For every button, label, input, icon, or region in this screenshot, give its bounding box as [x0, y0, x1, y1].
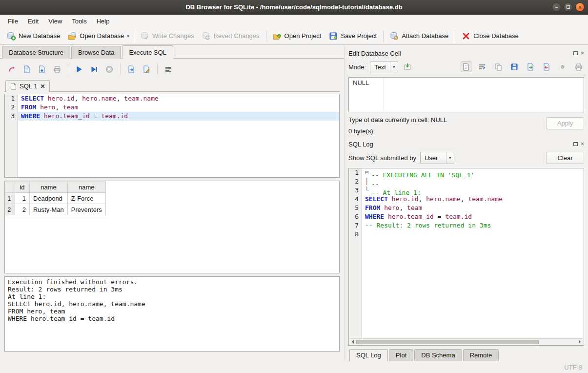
tab-db-schema[interactable]: DB Schema	[414, 349, 462, 361]
execute-sql-pane: SQL 1 ✕ 1SELECT hero.id, hero.name, team…	[0, 59, 344, 361]
open-database-label: Open Database	[80, 32, 124, 40]
code-line[interactable]: 6WHERE hero.team_id = team.id	[349, 212, 584, 221]
column-header[interactable]: name	[67, 182, 105, 193]
table-cell[interactable]: Rusty-Man	[30, 204, 68, 215]
code-line[interactable]: 1SELECT hero.id, hero.name, team.name	[5, 94, 339, 103]
close-dock-icon[interactable]: ×	[581, 51, 584, 56]
code-line[interactable]: 8	[349, 230, 584, 239]
open-sql-file-icon[interactable]	[21, 64, 32, 75]
line-number: 1	[5, 94, 18, 103]
save-cell-icon[interactable]	[509, 62, 520, 72]
print-icon[interactable]	[52, 64, 62, 75]
sql-editor[interactable]: 1SELECT hero.id, hero.name, team.name2FR…	[4, 94, 340, 178]
tab-remote[interactable]: Remote	[463, 349, 499, 361]
close-database-icon	[462, 32, 470, 41]
open-database-button[interactable]: Open Database	[64, 30, 128, 42]
window-titlebar[interactable]: DB Browser for SQLite - /home/user/code/…	[0, 0, 588, 15]
code-line[interactable]: 2│--	[349, 177, 584, 186]
maximize-button[interactable]	[564, 2, 573, 12]
tab-database-structure[interactable]: Database Structure	[2, 46, 70, 59]
new-database-button[interactable]: New Database	[3, 30, 64, 42]
scroll-right-icon[interactable]	[576, 339, 583, 345]
float-dock-icon[interactable]	[573, 51, 578, 55]
code-line[interactable]: 2FROM hero, team	[5, 103, 339, 112]
execution-output[interactable]: Execution finished without errors.Result…	[4, 276, 340, 352]
write-changes-label: Write Changes	[152, 32, 194, 40]
write-changes-icon	[141, 32, 149, 41]
cell-value: NULL	[353, 79, 369, 86]
code-line[interactable]: 1⊟-- EXECUTING ALL IN 'SQL 1'	[349, 168, 584, 177]
row-header[interactable]: 2	[5, 204, 15, 215]
encoding-indicator[interactable]: UTF-8	[564, 364, 582, 371]
menu-bar: File Edit View Tools Help	[0, 15, 588, 27]
close-tab-icon[interactable]: ✕	[40, 83, 45, 90]
import-file-icon[interactable]	[525, 62, 536, 72]
attach-database-button[interactable]: Attach Database	[386, 30, 452, 42]
sql-log-view[interactable]: 1⊟-- EXECUTING ALL IN 'SQL 1'2│--3└-- At…	[348, 168, 584, 346]
save-sql-file-icon[interactable]	[37, 64, 47, 75]
tab-sql-log[interactable]: SQL Log	[349, 349, 388, 361]
sql-tab[interactable]: SQL 1 ✕	[5, 80, 50, 92]
table-cell[interactable]: Deadpond	[30, 193, 68, 204]
scroll-left-icon[interactable]	[349, 339, 356, 345]
menu-view[interactable]: View	[43, 16, 67, 26]
table-corner[interactable]	[5, 182, 15, 193]
tab-plot[interactable]: Plot	[389, 349, 413, 361]
set-null-icon[interactable]	[557, 62, 568, 72]
edit-sql-icon[interactable]	[141, 64, 152, 75]
open-project-button[interactable]: Open Project	[269, 30, 325, 42]
new-sql-tab-icon[interactable]	[6, 64, 17, 75]
import-cell-icon[interactable]	[402, 62, 413, 72]
word-wrap-icon[interactable]	[477, 62, 487, 72]
table-cell[interactable]: Z-Force	[67, 193, 105, 204]
menu-tools[interactable]: Tools	[67, 16, 91, 26]
clear-log-button[interactable]: Clear	[546, 152, 584, 164]
line-number: 2	[349, 177, 362, 186]
close-button[interactable]: ×	[575, 2, 585, 12]
execute-current-line-icon[interactable]	[89, 64, 100, 75]
close-dock-icon[interactable]: ×	[581, 142, 584, 146]
code-line[interactable]: 3└-- At line 1:	[349, 186, 584, 195]
code-line[interactable]: 7-- Result: 2 rows returned in 3ms	[349, 221, 584, 230]
scrollbar-thumb[interactable]	[356, 340, 539, 344]
export-file-icon[interactable]	[541, 62, 552, 72]
menu-edit[interactable]: Edit	[23, 16, 43, 26]
revert-changes-button: Revert Changes	[198, 30, 264, 42]
sql-tab-bar: SQL 1 ✕	[4, 78, 340, 92]
code-line[interactable]: 4SELECT hero.id, hero.name, team.name	[349, 195, 584, 204]
print-cell-icon[interactable]	[573, 62, 584, 72]
tab-execute-sql[interactable]: Execute SQL	[122, 45, 173, 59]
table-cell[interactable]: Preventers	[67, 204, 105, 215]
execute-all-icon[interactable]	[74, 64, 84, 75]
export-results-icon[interactable]	[126, 64, 137, 75]
left-panel: Database Structure Browse Data Execute S…	[0, 45, 344, 361]
code-line[interactable]: 5FROM hero, team	[349, 204, 584, 212]
open-database-dropdown-icon[interactable]: ▾	[127, 34, 131, 39]
tab-browse-data[interactable]: Browse Data	[71, 46, 121, 59]
menu-help[interactable]: Help	[92, 16, 115, 26]
float-dock-icon[interactable]	[573, 142, 578, 146]
save-project-button[interactable]: Save Project	[325, 30, 381, 42]
fold-marker-icon[interactable]: ⊟	[365, 168, 371, 177]
table-cell[interactable]: 1	[15, 193, 30, 204]
format-sql-icon[interactable]	[163, 64, 174, 75]
minimize-button[interactable]: –	[552, 2, 561, 12]
horizontal-scrollbar[interactable]	[349, 338, 583, 345]
chevron-down-icon: ▾	[446, 152, 454, 164]
revert-changes-label: Revert Changes	[214, 32, 260, 40]
row-header[interactable]: 1	[5, 193, 15, 204]
sql-log-controls: Show SQL submitted by User ▾ Clear	[348, 150, 584, 165]
column-header[interactable]: name	[30, 182, 68, 193]
main-area: Database Structure Browse Data Execute S…	[0, 45, 588, 361]
cell-editor[interactable]: NULL	[348, 77, 584, 112]
copy-cell-icon[interactable]	[493, 62, 504, 72]
mode-select[interactable]: Text ▾	[370, 61, 398, 73]
close-database-button[interactable]: Close Database	[458, 30, 523, 42]
column-header[interactable]: id	[15, 182, 30, 193]
stop-icon	[104, 64, 115, 75]
code-line[interactable]: 3WHERE hero.team_id = team.id	[5, 112, 339, 121]
menu-file[interactable]: File	[3, 16, 23, 26]
table-cell[interactable]: 2	[15, 204, 30, 215]
text-mode-icon[interactable]	[461, 62, 471, 72]
log-filter-select[interactable]: User ▾	[420, 152, 454, 164]
